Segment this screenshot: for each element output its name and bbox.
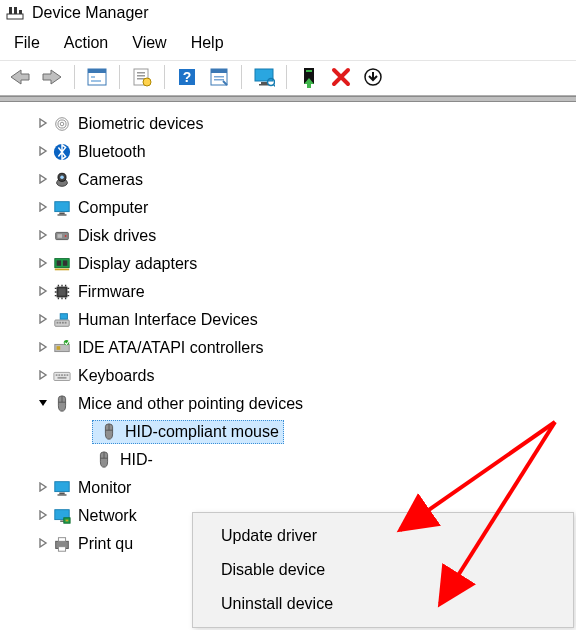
svg-rect-10: [137, 75, 145, 77]
help-button[interactable]: ?: [173, 63, 201, 91]
monitor-button[interactable]: [250, 63, 278, 91]
expand-icon[interactable]: [36, 341, 50, 355]
svg-rect-35: [58, 214, 67, 215]
tree-item-bluetooth[interactable]: Bluetooth: [0, 138, 572, 166]
expand-icon[interactable]: [36, 369, 50, 383]
menu-help[interactable]: Help: [191, 34, 224, 52]
expand-icon[interactable]: [36, 229, 50, 243]
svg-rect-33: [55, 202, 69, 212]
expand-icon[interactable]: [36, 509, 50, 523]
tree-item-keyboard[interactable]: Keyboards: [0, 362, 572, 390]
tree-item-firmware[interactable]: Firmware: [0, 278, 572, 306]
svg-rect-41: [63, 260, 68, 265]
bluetooth-icon: [52, 142, 72, 162]
back-button[interactable]: [6, 63, 34, 91]
menu-bar: File Action View Help: [0, 28, 576, 60]
toolbar: ?: [0, 60, 576, 96]
tree-item-mouse[interactable]: HID-: [0, 446, 572, 474]
menu-action[interactable]: Action: [64, 34, 108, 52]
tree-item-label: Bluetooth: [78, 143, 146, 161]
svg-rect-46: [57, 322, 59, 324]
scan-button[interactable]: [205, 63, 233, 91]
svg-rect-42: [55, 269, 69, 271]
svg-rect-3: [19, 10, 22, 14]
tree-item-mouse[interactable]: Mice and other pointing devices: [0, 390, 572, 418]
svg-rect-16: [211, 69, 227, 73]
tree-item-label: Firmware: [78, 283, 145, 301]
expand-icon[interactable]: [36, 481, 50, 495]
device-tree[interactable]: Biometric devicesBluetoothCamerasCompute…: [0, 102, 576, 558]
svg-rect-34: [59, 213, 64, 215]
svg-text:?: ?: [183, 69, 192, 85]
menu-file[interactable]: File: [14, 34, 40, 52]
keyboard-icon: [52, 366, 72, 386]
tree-item-computer[interactable]: Computer: [0, 194, 572, 222]
context-disable-device[interactable]: Disable device: [193, 553, 573, 587]
tree-item-ide[interactable]: IDE ATA/ATAPI controllers: [0, 334, 572, 362]
svg-rect-38: [58, 234, 63, 238]
collapse-icon[interactable]: [36, 397, 50, 411]
svg-rect-0: [7, 14, 23, 19]
svg-rect-57: [61, 374, 63, 376]
expand-icon[interactable]: [36, 117, 50, 131]
svg-rect-54: [54, 372, 70, 380]
tree-item-hid[interactable]: Human Interface Devices: [0, 306, 572, 334]
svg-rect-69: [58, 494, 67, 495]
expand-icon[interactable]: [36, 173, 50, 187]
expand-icon[interactable]: [36, 285, 50, 299]
mouse-icon: [52, 394, 72, 414]
show-hidden-button[interactable]: [83, 63, 111, 91]
expand-icon[interactable]: [36, 257, 50, 271]
computer-icon: [52, 198, 72, 218]
uninstall-button[interactable]: [327, 63, 355, 91]
tree-item-label: Display adapters: [78, 255, 197, 273]
window-title: Device Manager: [32, 4, 149, 22]
svg-rect-5: [88, 69, 106, 73]
svg-rect-40: [57, 260, 62, 265]
expand-icon[interactable]: [36, 313, 50, 327]
mouse-icon: [99, 422, 119, 442]
tree-item-label: Cameras: [78, 171, 143, 189]
svg-point-12: [143, 78, 151, 86]
menu-view[interactable]: View: [132, 34, 166, 52]
context-update-driver[interactable]: Update driver: [193, 519, 573, 553]
tree-item-mouse[interactable]: HID-compliant mouse: [0, 418, 572, 446]
expand-icon[interactable]: [36, 145, 50, 159]
expand-icon[interactable]: [36, 537, 50, 551]
svg-rect-58: [64, 374, 66, 376]
svg-point-28: [60, 122, 64, 126]
svg-rect-18: [214, 79, 224, 81]
context-uninstall-device[interactable]: Uninstall device: [193, 587, 573, 621]
svg-rect-56: [58, 374, 60, 376]
svg-rect-75: [58, 538, 65, 542]
more-button[interactable]: [359, 63, 387, 91]
svg-rect-17: [214, 76, 224, 78]
device-manager-icon: [6, 4, 24, 22]
tree-item-camera[interactable]: Cameras: [0, 166, 572, 194]
svg-rect-7: [91, 80, 101, 82]
tree-item-label: Disk drives: [78, 227, 156, 245]
svg-point-27: [58, 120, 66, 128]
toolbar-separator: [74, 65, 75, 89]
forward-button[interactable]: [38, 63, 66, 91]
firmware-icon: [52, 282, 72, 302]
tree-item-label: IDE ATA/ATAPI controllers: [78, 339, 264, 357]
tree-item-label: Human Interface Devices: [78, 311, 258, 329]
svg-rect-71: [60, 521, 64, 522]
ide-icon: [52, 338, 72, 358]
svg-rect-20: [261, 82, 267, 84]
expand-icon[interactable]: [36, 201, 50, 215]
tree-item-fingerprint[interactable]: Biometric devices: [0, 110, 572, 138]
properties-button[interactable]: [128, 63, 156, 91]
display-adapter-icon: [52, 254, 72, 274]
tree-item-disk[interactable]: Disk drives: [0, 222, 572, 250]
fingerprint-icon: [52, 114, 72, 134]
hid-icon: [52, 310, 72, 330]
svg-rect-48: [62, 322, 64, 324]
camera-icon: [52, 170, 72, 190]
tree-item-monitor[interactable]: Monitor: [0, 474, 572, 502]
svg-rect-52: [57, 346, 61, 350]
update-driver-button[interactable]: [295, 63, 323, 91]
tree-item-display-adapter[interactable]: Display adapters: [0, 250, 572, 278]
svg-rect-9: [137, 72, 145, 74]
